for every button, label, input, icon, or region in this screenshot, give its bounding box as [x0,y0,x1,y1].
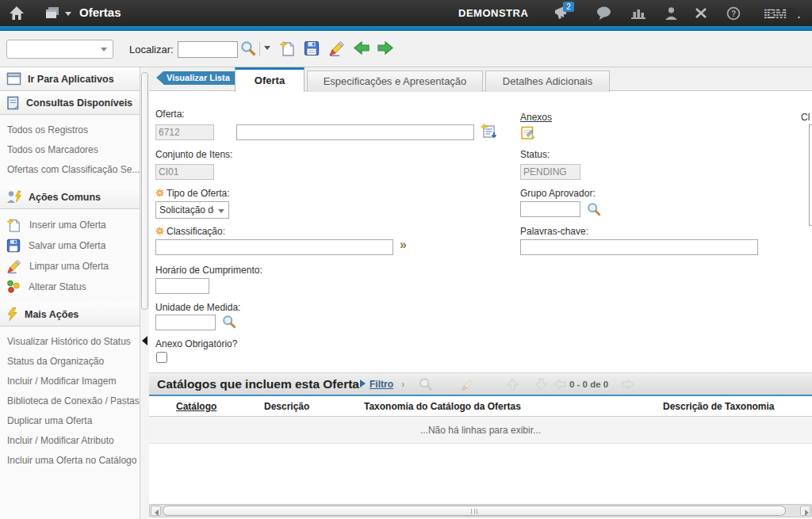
comments-button[interactable] [596,6,611,22]
table-move-up-button-disabled [506,378,519,393]
sidebar-section-consultas[interactable]: Consultas Disponíveis [0,91,140,115]
sidebar-section-acoes-comuns[interactable]: Ações Comuns [0,185,140,209]
search-button[interactable] [240,40,256,59]
horario-field[interactable] [155,278,209,294]
filter-link[interactable]: Filtro [370,379,393,390]
pencil-eraser-icon [6,259,21,273]
query-select[interactable] [6,40,113,59]
filter-expand-icon[interactable] [360,380,366,387]
sidebar-item-duplicar-oferta[interactable]: Duplicar uma Oferta [0,411,140,431]
top-navigation-bar: Ofertas DEMONSTRA 2 [0,0,812,26]
reports-button[interactable] [630,7,646,21]
new-record-button[interactable] [279,40,296,59]
status-label: Status: [520,149,550,160]
sidebar-item-limpar-oferta[interactable]: Limpar uma Oferta [0,256,140,277]
anexo-obrigatorio-checkbox[interactable] [156,352,167,363]
column-header-taxonomia: Taxonomia do Catálogo da Ofertas [364,401,521,412]
tipo-oferta-label-text: Tipo de Oferta: [167,188,230,199]
next-record-button[interactable] [377,41,393,57]
consultas-header-label: Consultas Disponíveis [26,97,132,109]
unidade-medida-field[interactable] [155,315,216,330]
oferta-descricao-field[interactable] [236,124,474,140]
tab-oferta[interactable]: Oferta [235,67,304,92]
ibm-logo: IBM [764,6,802,22]
classificacao-detail-menu-icon[interactable]: » [400,238,407,252]
anexos-button[interactable] [520,125,536,143]
sidebar-item-oferta-catalogo[interactable]: Incluir uma Oferta no Catálogo [0,451,140,471]
sidebar-spacer [0,115,140,120]
sidebar-item-modificar-atributo[interactable]: Incluir / Modificar Atributo [0,431,140,451]
horizontal-scrollbar[interactable] [149,504,812,517]
tab-especificacoes[interactable]: Especificações e Apresentação [307,71,483,92]
arrow-left-icon [354,41,370,55]
previous-record-button[interactable] [354,41,370,57]
long-description-icon [481,123,498,140]
sidebar-item-todos-registros[interactable]: Todos os Registros [0,120,140,140]
scrollbar-thumb[interactable] [163,506,786,516]
sidebar-scrollbar-thumb[interactable] [141,72,148,310]
home-icon[interactable] [9,6,25,21]
announcements-button[interactable]: 2 [553,6,570,22]
sidebar-item-inserir-oferta[interactable]: Inserir uma Oferta [0,215,140,235]
view-list-button[interactable]: Visualizar Lista [163,71,236,85]
column-header-descricao: Descrição [264,401,309,412]
sidebar-item-biblioteca-conexao[interactable]: Biblioteca de Conexão / Pastas [0,391,140,411]
grupo-aprovador-label: Grupo Aprovador: [520,188,596,199]
classificacao-field[interactable] [155,239,393,255]
column-header-catalogo[interactable]: Catálogo [176,401,216,412]
scroll-left-button[interactable] [151,506,161,516]
grupo-lookup-button[interactable] [587,202,601,219]
filter-chevron-icon: › [401,378,404,390]
scroll-right-button[interactable] [800,506,810,516]
person-icon [665,6,678,20]
grupo-aprovador-field[interactable] [520,201,580,217]
profile-button[interactable] [665,6,678,22]
scroll-right-arrow-icon [805,509,809,516]
attachment-icon [520,125,536,141]
table-search-button-disabled [419,377,433,394]
stacked-windows-icon [44,6,62,21]
column-header-descricao-taxonomia: Descrição de Taxonomia [663,401,775,412]
long-description-button[interactable] [481,123,498,143]
new-document-icon [279,40,296,57]
clear-record-button[interactable] [328,40,345,59]
search-options-caret[interactable] [264,46,270,50]
app-title: Ofertas [79,6,121,19]
salvar-oferta-label: Salvar uma Oferta [29,240,105,251]
table-next-page-button-disabled [622,379,634,392]
go-to-applications-menu[interactable] [44,6,71,21]
required-field-icon [155,189,164,197]
sidebar-item-salvar-oferta[interactable]: Salvar uma Oferta [0,235,140,256]
help-button[interactable]: ? [726,6,741,23]
sidebar-item-modificar-imagem[interactable]: Incluir / Modificar Imagem [0,372,140,391]
oferta-label: Oferta: [155,109,185,120]
arrow-up-icon [506,378,519,391]
sidebar-item-go-to-applications[interactable]: Ir Para Aplicativos [0,67,140,91]
person-lightning-icon [6,190,22,204]
sidebar-section-mais-acoes[interactable]: Mais Ações [0,303,140,326]
notification-badge: 2 [563,2,574,12]
sidebar-item-ofertas-classificacao[interactable]: Ofertas com Classificação Se... [0,160,140,180]
arrow-left-icon [553,379,566,390]
tab-detalhes-adicionais[interactable]: Detalhes Adicionais [485,71,610,92]
unidade-lookup-button[interactable] [222,315,236,331]
sidebar-item-todos-marcadores[interactable]: Todos os Marcadores [0,140,140,160]
bar-chart-icon [630,7,646,19]
arrow-down-icon [534,378,548,391]
localizar-input[interactable] [178,41,238,58]
search-icon [419,377,433,391]
save-record-button[interactable] [304,40,320,59]
biblioteca-conexao-label: Biblioteca de Conexão / Pastas [7,395,140,406]
sidebar-spacer [0,209,140,215]
anexos-link[interactable]: Anexos [520,112,552,123]
sidebar-item-historico-status[interactable]: Visualizar Histórico do Status [0,332,140,352]
status-dots-icon [6,280,21,294]
sidebar-item-status-organizacao[interactable]: Status da Organização [0,352,140,372]
palavras-chave-field[interactable] [520,239,758,255]
tipo-oferta-select[interactable]: Solicitação de [155,201,229,219]
table-edit-button-disabled [461,377,475,394]
sidebar-collapse-handle[interactable] [142,336,147,345]
sidebar-item-alterar-status[interactable]: Alterar Status [0,277,140,297]
catalog-table-header-row: Catálogo Descrição Taxonomia do Catálogo… [149,396,812,417]
sign-out-button[interactable] [695,7,707,21]
